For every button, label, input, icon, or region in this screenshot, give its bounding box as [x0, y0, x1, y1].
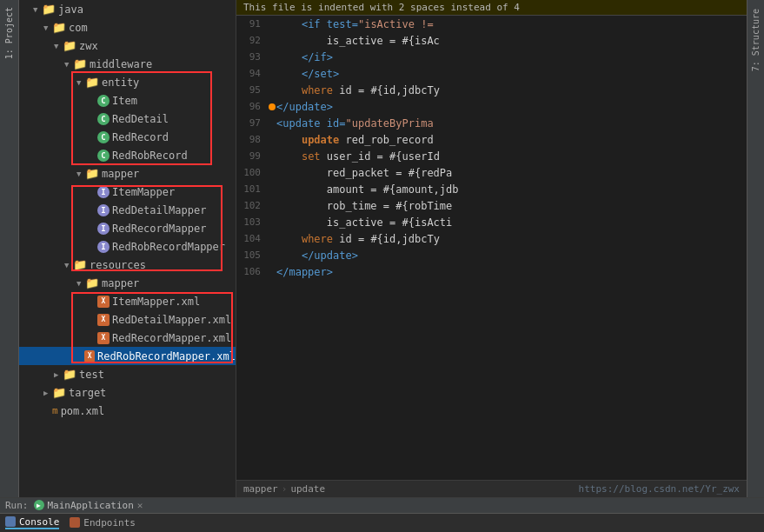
code-line-93: 93 </if> — [236, 49, 747, 65]
tree-item-RedRecord[interactable]: C RedRecord — [19, 128, 236, 146]
line-content-93: </if> — [276, 51, 333, 63]
bottom-panel: Run: ▶ MainApplication ✕ Console Endpoin… — [0, 497, 764, 532]
code-line-103: 103 is_active = #{isActi — [236, 214, 747, 230]
tree-item-com[interactable]: ▼ 📁 com — [19, 18, 236, 37]
tree-item-Item[interactable]: C Item — [19, 91, 236, 110]
RedDetailMapper-label: RedDetailMapper — [112, 204, 206, 216]
java-label: java — [58, 3, 83, 16]
endpoints-tab[interactable]: Endpoints — [70, 517, 136, 529]
breadcrumb-mapper: mapper — [243, 483, 278, 495]
folder-icon-middleware: 📁 — [73, 57, 87, 70]
breadcrumb-sep: › — [282, 483, 288, 495]
tree-item-RedRobRecordMapper[interactable]: I RedRobRecordMapper — [19, 237, 236, 256]
RedDetail-label: RedDetail — [112, 113, 169, 125]
line-content-97: <update id="updateByPrima — [276, 117, 434, 130]
line-dot-96 — [268, 103, 276, 110]
interface-icon-ItemMapper: I — [97, 186, 110, 198]
resources-label: resources — [90, 259, 146, 271]
tree-item-java[interactable]: ▼ 📁 java — [19, 0, 236, 18]
code-line-105: 105 </update> — [236, 247, 747, 263]
line-content-104: where id = #{id,jdbcTy — [276, 233, 440, 245]
class-icon-RedRobRecord: C — [97, 150, 110, 162]
line-content-94: </set> — [276, 68, 339, 80]
run-app-icon: ▶ — [34, 500, 44, 510]
code-line-101: 101 amount = #{amount,jdb — [236, 181, 747, 197]
line-content-92: is_active = #{isAc — [276, 35, 440, 47]
tree-item-RedRecordMapper[interactable]: I RedRecordMapper — [19, 219, 236, 237]
arrow-java: ▼ — [33, 5, 42, 14]
code-line-95: 95 where id = #{id,jdbcTy — [236, 82, 747, 98]
run-app-close[interactable]: ✕ — [137, 500, 143, 511]
RedRecordMapper-xml-label: RedRecordMapper.xml — [112, 332, 231, 344]
line-content-98: update red_rob_record — [276, 134, 434, 146]
code-line-94: 94 </set> — [236, 65, 747, 82]
code-line-100: 100 red_packet = #{redPa — [236, 164, 747, 181]
folder-icon-entity: 📁 — [85, 76, 99, 89]
tree-item-ItemMapper-xml[interactable]: X ItemMapper.xml — [19, 292, 236, 310]
tree-item-ItemMapper[interactable]: I ItemMapper — [19, 183, 236, 201]
code-line-91: 91 <if test="isActive != — [236, 16, 747, 32]
url-badge: https://blog.csdn.net/Yr_zwx — [579, 483, 740, 495]
project-panel-tab[interactable]: 1: Project — [4, 7, 14, 59]
tree-item-mapper-res[interactable]: ▼ 📁 mapper — [19, 274, 236, 292]
arrow-mapper-java: ▼ — [76, 170, 85, 178]
breadcrumb-bar: mapper › update https://blog.csdn.net/Yr… — [236, 480, 747, 497]
tree-item-mapper-java[interactable]: ▼ 📁 mapper — [19, 164, 236, 183]
console-tabs-bar: Console Endpoints — [0, 514, 764, 532]
indent-warning-bar: This file is indented with 2 spaces inst… — [236, 0, 747, 16]
folder-icon-mapper-java: 📁 — [85, 167, 99, 180]
structure-tab[interactable]: 7: Structure — [749, 3, 762, 76]
tree-item-RedRobRecordMapper-xml[interactable]: X RedRobRecordMapper.xml — [19, 347, 236, 365]
class-icon-RedDetail: C — [97, 113, 110, 125]
interface-icon-RedDetailMapper: I — [97, 204, 110, 216]
line-num-104: 104 — [236, 233, 268, 244]
mapper-res-label: mapper — [102, 277, 139, 289]
tree-item-target[interactable]: ▶ 📁 target — [19, 383, 236, 402]
run-label: Run: — [5, 500, 29, 511]
arrow-middleware: ▼ — [64, 60, 73, 69]
xml-icon-RedRecordMapper: X — [97, 332, 110, 344]
tree-item-RedDetail[interactable]: C RedDetail — [19, 110, 236, 128]
console-tab[interactable]: Console — [5, 516, 59, 529]
line-content-101: amount = #{amount,jdb — [276, 183, 459, 196]
mapper-java-label: mapper — [102, 168, 139, 180]
line-content-91: <if test="isActive != — [276, 18, 434, 30]
right-sidebar: 7: Structure — [747, 0, 764, 497]
line-num-91: 91 — [236, 18, 268, 30]
code-line-104: 104 where id = #{id,jdbcTy — [236, 230, 747, 247]
folder-icon-test: 📁 — [63, 368, 76, 381]
code-line-99: 99 set user_id = #{userId — [236, 148, 747, 164]
tree-item-entity[interactable]: ▼ 📁 entity — [19, 73, 236, 91]
entity-label: entity — [102, 76, 139, 89]
RedRobRecord-label: RedRobRecord — [112, 150, 188, 162]
RedRobRecordMapper-xml-label: RedRobRecordMapper.xml — [97, 350, 236, 362]
file-tree-panel: ▼ 📁 java ▼ 📁 com ▼ 📁 zwx ▼ — [19, 0, 236, 497]
xml-icon-ItemMapper: X — [97, 296, 110, 308]
tree-item-pom-xml[interactable]: m pom.xml — [19, 402, 236, 420]
tree-item-middleware[interactable]: ▼ 📁 middleware — [19, 55, 236, 73]
run-app: ▶ MainApplication ✕ — [34, 500, 143, 511]
RedRobRecordMapper-label: RedRobRecordMapper — [112, 241, 225, 253]
code-editor: This file is indented with 2 spaces inst… — [236, 0, 747, 497]
code-line-102: 102 rob_time = #{robTime — [236, 197, 747, 214]
com-label: com — [69, 22, 88, 34]
tree-item-test[interactable]: ▶ 📁 test — [19, 365, 236, 383]
tree-item-RedRecordMapper-xml[interactable]: X RedRecordMapper.xml — [19, 329, 236, 347]
tree-item-RedDetailMapper[interactable]: I RedDetailMapper — [19, 201, 236, 219]
line-content-102: rob_time = #{robTime — [276, 200, 452, 212]
line-num-100: 100 — [236, 167, 268, 178]
line-content-100: red_packet = #{redPa — [276, 167, 452, 179]
xml-icon-RedRobRecordMapper: X — [84, 350, 95, 362]
RedRecord-label: RedRecord — [112, 131, 169, 143]
code-lines-area[interactable]: 91 <if test="isActive != 92 is_active = … — [236, 16, 747, 480]
line-num-99: 99 — [236, 150, 268, 162]
tree-item-zwx[interactable]: ▼ 📁 zwx — [19, 37, 236, 55]
interface-icon-RedRobRecordMapper: I — [97, 241, 110, 253]
line-num-94: 94 — [236, 68, 268, 79]
arrow-mapper-res: ▼ — [76, 279, 85, 288]
tree-item-RedRobRecord[interactable]: C RedRobRecord — [19, 146, 236, 164]
tree-item-resources[interactable]: ▼ 📁 resources — [19, 256, 236, 274]
tree-item-RedDetailMapper-xml[interactable]: X RedDetailMapper.xml — [19, 310, 236, 329]
breakpoint-dot-96 — [269, 103, 276, 110]
test-label: test — [79, 369, 104, 381]
